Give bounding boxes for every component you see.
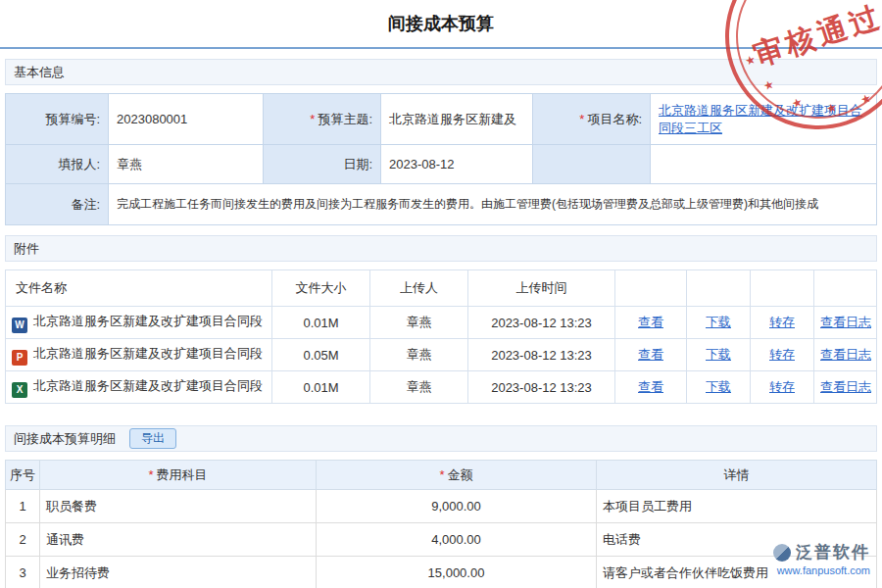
view-log-link[interactable]: 查看日志 — [820, 347, 871, 362]
row-amount: 15,000.00 — [317, 557, 597, 588]
remark-label: 备注: — [6, 184, 109, 225]
basic-info-table: 预算编号: 2023080001 *预算主题: 北京路道服务区新建及 *项目名称… — [5, 93, 877, 225]
file-name-cell: P北京路道服务区新建及改扩建项目合同段 — [6, 339, 272, 371]
row-no: 2 — [6, 523, 40, 557]
page-title: 间接成本预算 — [5, 8, 877, 47]
attachments-header-row: 文件名称 文件大小 上传人 上传时间 — [6, 270, 877, 307]
col-upload-time: 上传时间 — [468, 270, 615, 307]
attachment-row: X北京路道服务区新建及改扩建项目合同段 0.01M 章燕 2023-08-12 … — [6, 371, 877, 404]
empty-value-cell — [651, 145, 877, 184]
view-link[interactable]: 查看 — [638, 315, 663, 329]
file-upload-time: 2023-08-12 13:23 — [468, 371, 615, 404]
section-basic-info-title: 基本信息 — [14, 60, 65, 84]
basic-info-row-1: 预算编号: 2023080001 *预算主题: 北京路道服务区新建及 *项目名称… — [6, 94, 877, 145]
file-upload-time: 2023-08-12 13:23 — [468, 339, 615, 371]
transfer-cell: 转存 — [751, 307, 814, 339]
vendor-website: www.fanpusoft.com — [773, 564, 870, 576]
row-no: 1 — [6, 490, 40, 523]
view-log-cell: 查看日志 — [814, 339, 877, 371]
download-cell: 下载 — [687, 371, 751, 404]
empty-label-cell — [533, 145, 651, 184]
view-log-cell: 查看日志 — [814, 371, 877, 404]
required-marker: * — [148, 467, 153, 482]
view-cell: 查看 — [615, 307, 687, 339]
view-cell: 查看 — [615, 371, 687, 404]
details-table: 序号 *费用科目 *金额 详情 1 职员餐费 9,000.00 本项目员工费用 … — [5, 460, 877, 588]
excel-file-icon: X — [12, 382, 27, 398]
download-link[interactable]: 下载 — [706, 347, 731, 362]
remark-value: 完成工程施工任务而间接发生的费用及间接为工程服务而发生的费用。由施工管理费(包括… — [109, 184, 877, 225]
transfer-link[interactable]: 转存 — [769, 315, 795, 329]
col-file-name: 文件名称 — [6, 270, 272, 307]
export-button[interactable]: 导出 — [129, 428, 176, 449]
col-action-1 — [615, 270, 687, 307]
transfer-link[interactable]: 转存 — [769, 347, 795, 362]
word-file-icon: W — [12, 318, 27, 333]
detail-row: 2 通讯费 4,000.00 电话费 — [6, 523, 877, 557]
row-detail: 本项目员工费用 — [597, 490, 877, 523]
vendor-watermark: 泛普软件 www.fanpusoft.com — [773, 541, 870, 576]
detail-row: 3 业务招待费 15,000.00 请客户或者合作伙伴吃饭费用 — [6, 557, 877, 588]
file-size: 0.05M — [272, 339, 370, 371]
file-name-cell: W北京路道服务区新建及改扩建项目合同段 — [6, 307, 272, 339]
download-cell: 下载 — [687, 339, 751, 371]
col-subject: *费用科目 — [40, 461, 317, 490]
download-link[interactable]: 下载 — [706, 315, 731, 329]
col-action-2 — [687, 270, 751, 307]
file-size: 0.01M — [272, 371, 370, 404]
file-size: 0.01M — [272, 307, 370, 339]
row-amount: 4,000.00 — [317, 523, 597, 557]
required-marker: * — [439, 467, 444, 482]
file-uploader: 章燕 — [370, 307, 468, 339]
basic-info-row-remark: 备注: 完成工程施工任务而间接发生的费用及间接为工程服务而发生的费用。由施工管理… — [6, 184, 877, 225]
download-cell: 下载 — [687, 307, 751, 339]
row-subject: 业务招待费 — [40, 557, 317, 588]
title-divider — [0, 47, 882, 49]
project-label: *项目名称: — [533, 94, 651, 145]
col-action-4 — [814, 270, 877, 307]
filler-value: 章燕 — [109, 145, 264, 184]
view-cell: 查看 — [615, 339, 687, 371]
indirect-cost-budget-page: 间接成本预算 基本信息 预算编号: 2023080001 *预算主题: 北京路道… — [0, 0, 882, 588]
col-no: 序号 — [6, 461, 40, 490]
details-header-row: 序号 *费用科目 *金额 详情 — [6, 461, 877, 490]
view-log-link[interactable]: 查看日志 — [820, 315, 871, 329]
col-amount: *金额 — [317, 461, 597, 490]
section-attachments-title: 附件 — [14, 236, 39, 261]
download-link[interactable]: 下载 — [706, 379, 731, 394]
attachments-table: 文件名称 文件大小 上传人 上传时间 W北京路道服务区新建及改扩建项目合同段 0… — [5, 270, 877, 404]
file-uploader: 章燕 — [370, 371, 468, 404]
project-name-link[interactable]: 北京路道服务区新建及改扩建项目合同段三工区 — [659, 103, 862, 135]
col-file-size: 文件大小 — [272, 270, 370, 307]
ppt-file-icon: P — [12, 350, 27, 366]
col-detail: 详情 — [597, 461, 877, 490]
row-no: 3 — [6, 557, 40, 588]
row-subject: 职员餐费 — [40, 490, 317, 523]
attachment-row: W北京路道服务区新建及改扩建项目合同段 0.01M 章燕 2023-08-12 … — [6, 307, 877, 339]
section-details-bar: 间接成本预算明细 导出 — [5, 425, 877, 452]
col-uploader: 上传人 — [370, 270, 468, 307]
fanpu-logo-icon — [773, 544, 791, 562]
transfer-cell: 转存 — [751, 339, 814, 371]
budget-no-label: 预算编号: — [6, 94, 109, 145]
transfer-link[interactable]: 转存 — [769, 379, 795, 394]
section-basic-info-bar: 基本信息 — [5, 59, 877, 85]
project-value-cell: 北京路道服务区新建及改扩建项目合同段三工区 — [651, 94, 877, 145]
view-log-link[interactable]: 查看日志 — [820, 379, 871, 394]
basic-info-row-2: 填报人: 章燕 日期: 2023-08-12 — [6, 145, 877, 184]
view-link[interactable]: 查看 — [638, 347, 663, 362]
view-link[interactable]: 查看 — [638, 379, 663, 394]
view-log-cell: 查看日志 — [814, 307, 877, 339]
detail-row: 1 职员餐费 9,000.00 本项目员工费用 — [6, 490, 877, 523]
transfer-cell: 转存 — [751, 371, 814, 404]
required-marker: * — [579, 112, 584, 126]
required-marker: * — [310, 112, 315, 126]
section-details-title: 间接成本预算明细 — [14, 426, 116, 451]
section-attachments-bar: 附件 — [5, 235, 877, 262]
date-label: 日期: — [264, 145, 381, 184]
attachment-row: P北京路道服务区新建及改扩建项目合同段 0.05M 章燕 2023-08-12 … — [6, 339, 877, 371]
date-value: 2023-08-12 — [381, 145, 533, 184]
vendor-name: 泛普软件 — [796, 541, 870, 564]
filler-label: 填报人: — [6, 145, 109, 184]
subject-value: 北京路道服务区新建及 — [381, 94, 533, 145]
